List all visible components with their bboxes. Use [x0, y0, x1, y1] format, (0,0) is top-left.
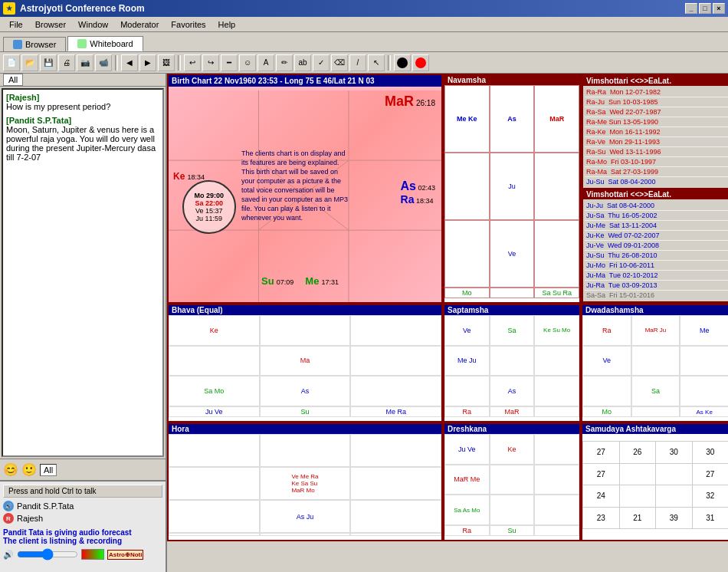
sam-row-4: 23 21 39 31: [583, 507, 729, 529]
tb-back[interactable]: ◀: [121, 54, 138, 71]
tb-erase[interactable]: ⌫: [331, 54, 348, 71]
tb-new[interactable]: 📄: [3, 54, 20, 71]
menu-file[interactable]: File: [3, 18, 29, 31]
ho-c5: Ve Me RaKe Sa SuMaR Mo: [260, 467, 351, 500]
vimsh-row-10: Ju-Su Sat 08-04-2000: [585, 177, 728, 184]
explanation-content: The clients chart is on display and its …: [241, 150, 348, 222]
maximize-button[interactable]: □: [699, 3, 711, 14]
menu-window[interactable]: Window: [72, 18, 114, 31]
dr-c9: [534, 495, 579, 525]
tab-browser[interactable]: Browser: [3, 37, 66, 51]
birth-chart-main: Birth Chart 22 Nov1960 23:53 - Long 75 E…: [167, 74, 443, 304]
mar-label: MaR: [385, 94, 414, 109]
dr-c4: MaR Me: [444, 465, 490, 495]
hora-grid: Ve Me RaKe Sa SuMaR Mo As Ju: [169, 434, 441, 536]
tab-browser-label: Browser: [25, 40, 56, 49]
tab-whiteboard[interactable]: Whiteboard: [67, 36, 143, 51]
tb-line[interactable]: ━: [221, 54, 238, 71]
sam-c4: 30: [692, 442, 728, 464]
samudaya-content: 27 26 30 30 27 27 24: [582, 434, 728, 536]
ke-deg: 18:34: [187, 173, 205, 181]
bh-c8: As: [260, 376, 351, 406]
astro-logo: Astro⊕Noti: [107, 550, 143, 560]
chat-text-2: Moon, Saturn, Jupiter & venus here is a …: [6, 125, 159, 162]
planet-as-ra: As 02:43 Ra 18:34: [401, 179, 435, 205]
tb-marker[interactable]: ab: [294, 54, 311, 71]
v2-row-3: Ju-Me Sat 13-11-2004: [585, 221, 728, 231]
tb-forward[interactable]: ▶: [139, 54, 156, 71]
tb-arrow[interactable]: ↖: [368, 54, 385, 71]
dw-c6: [680, 346, 728, 376]
voice-area: Press and hold Ctrl to talk 🔊 Pandit S.P…: [0, 480, 166, 572]
explanation-text: The clients chart is on display and its …: [241, 148, 353, 222]
dw-c4: Ve: [582, 346, 631, 376]
v2-row-7: Ju-Mo Fri 10-06-2011: [585, 261, 728, 271]
status-text-1: Pandit Tata is giving audio forecast: [3, 528, 162, 537]
dr-c12: [534, 525, 579, 536]
chat-all-tab[interactable]: All: [3, 74, 23, 86]
dr-c10: Ra: [444, 525, 490, 536]
emoji-button[interactable]: 😊: [3, 462, 18, 477]
bhava-header: Bhava (Equal): [169, 305, 441, 315]
hora-cell: Hora Ve Me RaKe Sa SuMaR Mo As Ju: [167, 422, 443, 541]
tb-text[interactable]: A: [257, 54, 274, 71]
chat-name-2: [Pandit S.P.Tata]: [6, 116, 159, 125]
sp-c9: [534, 376, 579, 406]
tb-video[interactable]: 📹: [95, 54, 112, 71]
participant-1-icon: 🔊: [3, 501, 14, 511]
ho-c2: [260, 434, 351, 467]
window-controls[interactable]: _ □ ×: [685, 3, 725, 14]
vimshottari-container: Vimshottari <<>>EaLat. Ra-Ra Mon 12-07-1…: [581, 74, 728, 304]
sp-c12: [534, 406, 579, 417]
tb-print[interactable]: 🖨: [58, 54, 75, 71]
ho-c10: [169, 533, 260, 536]
bh-c7: Sa Mo: [169, 376, 260, 406]
tb-camera[interactable]: 📷: [77, 54, 93, 71]
saptamsha-header: Saptamsha: [444, 305, 579, 315]
tab-bar: Browser Whiteboard: [0, 32, 728, 52]
tb-save[interactable]: 💾: [40, 54, 57, 71]
tb-open[interactable]: 📂: [21, 54, 38, 71]
tb-color-red[interactable]: [412, 54, 429, 71]
browser-tab-icon: [13, 40, 22, 49]
ho-c4: [169, 467, 260, 500]
close-button[interactable]: ×: [713, 3, 725, 14]
slider-area: 🔊 Astro⊕Noti: [3, 548, 162, 560]
chart-grid: Birth Chart 22 Nov1960 23:53 - Long 75 E…: [167, 74, 728, 541]
sam-c14: 21: [619, 507, 656, 529]
speaker-icon: 🔊: [3, 550, 14, 560]
tb-slash[interactable]: /: [349, 54, 366, 71]
dw-c10: Mo: [582, 406, 631, 417]
tb-refresh[interactable]: 🖼: [158, 54, 175, 71]
ho-c11: [260, 533, 351, 536]
minimize-button[interactable]: _: [685, 3, 697, 14]
tb-pencil[interactable]: ✏: [276, 54, 293, 71]
tb-check[interactable]: ✓: [313, 54, 330, 71]
chat-area: [Rajesh] How is my ppresent period? [Pan…: [2, 88, 164, 457]
sp-c6: [534, 346, 579, 376]
nav-c3: MaR: [534, 85, 579, 153]
vimsh-row-9: Ra-Ma Sat 27-03-1999: [585, 167, 728, 177]
volume-slider[interactable]: [17, 548, 78, 560]
menu-browser[interactable]: Browser: [29, 18, 72, 31]
menu-help[interactable]: Help: [212, 18, 242, 31]
samudaya-cell: Samudaya Ashtakavarga 27 26 30 30 27: [581, 422, 728, 541]
sam-c2: 26: [619, 442, 656, 464]
sp-c1: Ve: [444, 315, 490, 346]
circle-ve: Ve 15:37: [195, 207, 223, 215]
tb-undo[interactable]: ↩: [184, 54, 201, 71]
sam-row-2: 27 27: [583, 463, 729, 485]
tb-smiley[interactable]: ☺: [239, 54, 256, 71]
ptt-button[interactable]: Press and hold Ctrl to talk: [3, 485, 162, 498]
menu-moderator[interactable]: Moderator: [114, 18, 165, 31]
emoji-select[interactable]: All: [40, 464, 57, 476]
tb-redo[interactable]: ↪: [202, 54, 219, 71]
toolbar: 📄 📂 💾 🖨 📷 📹 ◀ ▶ 🖼 ↩ ↪ ━ ☺ A ✏ ab ✓ ⌫ / ↖: [0, 52, 728, 74]
nav-c5: Ju: [490, 153, 535, 220]
emoji-button2[interactable]: 🙂: [21, 462, 37, 477]
sam-c6: [619, 463, 656, 485]
menu-favorites[interactable]: Favorites: [165, 18, 212, 31]
tb-color-black[interactable]: [394, 54, 411, 71]
participant-2-label: Rajesh: [17, 514, 43, 523]
dr-c11: Su: [490, 525, 535, 536]
